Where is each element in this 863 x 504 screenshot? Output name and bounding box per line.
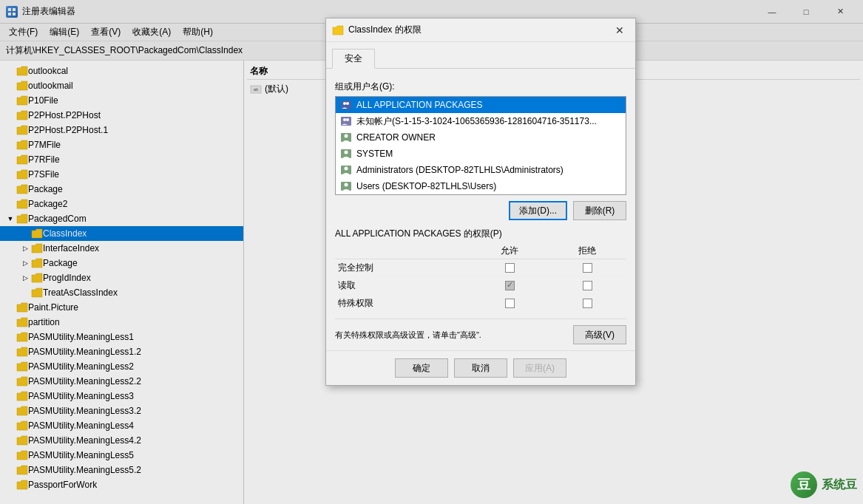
user-icon [340, 132, 352, 143]
watermark-text: 系统豆 [822, 477, 857, 493]
perm-allow-read[interactable] [471, 277, 549, 295]
user-list-item-users[interactable]: Users (DESKTOP-82TLHLS\Users) [336, 178, 626, 194]
svg-point-13 [345, 134, 348, 138]
user-label: SYSTEM [356, 149, 393, 159]
allow-col-header: 允许 [471, 243, 549, 259]
allow-checkbox-read[interactable] [505, 281, 515, 290]
dialog-content: 组或用户名(G): ALL APPLICATION PACKAGES [326, 75, 635, 350]
user-list-item-all-app-packages[interactable]: ALL APPLICATION PACKAGES [336, 97, 626, 113]
perm-name-full: 完全控制 [335, 259, 471, 277]
allow-checkbox-full[interactable] [505, 263, 515, 273]
cancel-button[interactable]: 取消 [454, 358, 507, 378]
user-list[interactable]: ALL APPLICATION PACKAGES 未知帐户(S-1-15-3-1… [335, 96, 626, 195]
dialog-title-bar: ClassIndex 的权限 ✕ [326, 18, 635, 42]
ok-button[interactable]: 确定 [395, 358, 448, 378]
add-button[interactable]: 添加(D)... [509, 201, 567, 220]
perm-allow-special[interactable] [471, 295, 549, 313]
tab-security[interactable]: 安全 [332, 49, 375, 69]
user-list-item-unknown[interactable]: 未知帐户(S-1-15-3-1024-1065365936-1281604716… [336, 113, 626, 129]
svg-point-8 [346, 102, 349, 105]
remove-button[interactable]: 删除(R) [573, 201, 626, 220]
perm-row-full: 完全控制 [335, 259, 626, 277]
allow-checkbox-special[interactable] [505, 299, 515, 308]
user-icon [340, 180, 352, 192]
perm-deny-special[interactable] [549, 295, 626, 313]
perm-row-special: 特殊权限 [335, 295, 626, 313]
perm-name-special: 特殊权限 [335, 295, 471, 313]
svg-point-19 [345, 183, 348, 187]
user-list-item-system[interactable]: SYSTEM [336, 146, 626, 162]
add-remove-buttons: 添加(D)... 删除(R) [335, 201, 626, 220]
user-label: Administrators (DESKTOP-82TLHLS\Administ… [356, 165, 564, 175]
dialog-tabs: 安全 [326, 42, 635, 69]
user-label: 未知帐户(S-1-15-3-1024-1065365936-1281604716… [356, 115, 597, 128]
deny-checkbox-read[interactable] [583, 281, 592, 290]
dialog-overlay: ClassIndex 的权限 ✕ 安全 组或用户名(G): [0, 0, 863, 504]
group-icon [340, 99, 352, 111]
perm-col-header [335, 243, 471, 259]
advanced-hint: 有关特殊权限或高级设置，请单击"高级". [335, 330, 481, 341]
dialog-title: ClassIndex 的权限 [348, 24, 610, 36]
perm-row-read: 读取 [335, 277, 626, 295]
user-list-item-administrators[interactable]: Administrators (DESKTOP-82TLHLS\Administ… [336, 162, 626, 178]
dialog-bottom-buttons: 确定 取消 应用(A) [326, 350, 635, 385]
permissions-section-label: ALL APPLICATION PACKAGES 的权限(P) [335, 228, 626, 240]
svg-point-11 [346, 118, 349, 121]
deny-col-header: 拒绝 [549, 243, 626, 259]
perm-allow-full[interactable] [471, 259, 549, 277]
svg-point-17 [345, 167, 348, 171]
svg-point-10 [343, 118, 346, 121]
deny-checkbox-full[interactable] [583, 263, 592, 273]
user-icon [340, 164, 352, 176]
advanced-row: 有关特殊权限或高级设置，请单击"高级". 高级(V) [335, 319, 626, 344]
permissions-table: 允许 拒绝 完全控制 [335, 243, 626, 313]
perm-deny-read[interactable] [549, 277, 626, 295]
user-label: Users (DESKTOP-82TLHLS\Users) [356, 181, 496, 191]
svg-point-7 [343, 102, 346, 105]
watermark-icon: 豆 [791, 471, 817, 498]
permissions-dialog: ClassIndex 的权限 ✕ 安全 组或用户名(G): [325, 18, 636, 386]
watermark: 豆 系统豆 [791, 471, 857, 498]
user-label: CREATOR OWNER [356, 132, 436, 143]
user-list-item-creator-owner[interactable]: CREATOR OWNER [336, 129, 626, 146]
main-window: 注册表编辑器 — □ ✕ 文件(F) 编辑(E) 查看(V) 收藏夹(A) 帮助… [0, 0, 863, 504]
user-label: ALL APPLICATION PACKAGES [356, 100, 483, 110]
svg-point-15 [345, 151, 348, 154]
dialog-close-button[interactable]: ✕ [610, 21, 629, 40]
apply-button[interactable]: 应用(A) [513, 358, 566, 378]
group-user-label: 组或用户名(G): [335, 81, 626, 93]
deny-checkbox-special[interactable] [583, 299, 592, 308]
advanced-button[interactable]: 高级(V) [573, 325, 626, 344]
dialog-folder-icon [332, 25, 344, 35]
group-icon [340, 115, 352, 127]
user-icon [340, 148, 352, 160]
perm-name-read: 读取 [335, 277, 471, 295]
perm-deny-full[interactable] [549, 259, 626, 277]
